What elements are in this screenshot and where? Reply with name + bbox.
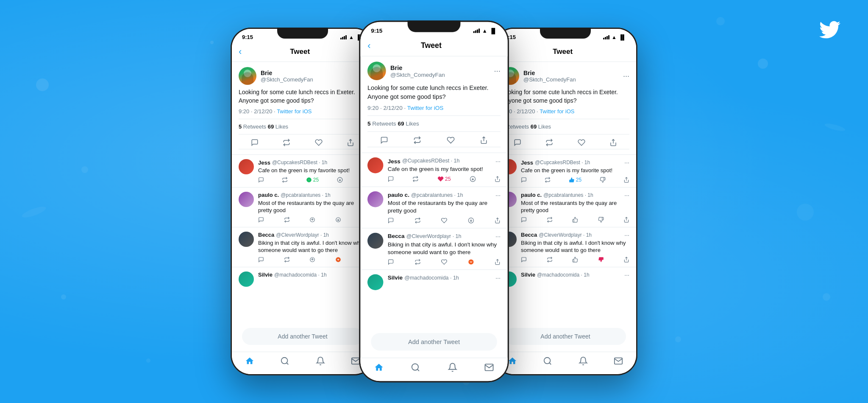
like-action-main-2[interactable] [447, 136, 455, 144]
becca-heart-down-2[interactable] [468, 259, 474, 265]
paulo-retweet-3[interactable] [547, 217, 553, 223]
jess-share-2[interactable] [494, 176, 501, 182]
becca-body-2: Becca @CleverWordplayr · 1h ··· Biking i… [388, 233, 501, 265]
paulo-reply-2[interactable] [388, 217, 394, 224]
more-btn-main-3[interactable]: ··· [623, 72, 629, 81]
paulo-retweet-1[interactable] [284, 217, 290, 223]
jess-actions-2: 25 [388, 176, 501, 182]
becca-thumbsup-3[interactable] [572, 257, 578, 263]
jess-thumbsdown-3[interactable] [600, 177, 606, 183]
reply-action-main-3[interactable] [514, 139, 521, 146]
nav-search-1[interactable] [280, 356, 289, 366]
jess-more2-1[interactable] [337, 177, 343, 183]
add-tweet-bar-1[interactable]: Add another Tweet [242, 328, 363, 345]
jess-more-2[interactable]: ··· [495, 157, 501, 165]
silvie-more-3[interactable]: ··· [624, 271, 629, 278]
jess-reply-3[interactable] [521, 177, 527, 183]
paulo-reply-1[interactable] [258, 217, 264, 223]
back-button-2[interactable]: ‹ [367, 40, 371, 51]
signal-bars-2 [473, 28, 480, 33]
becca-retweet-1[interactable] [284, 257, 290, 263]
retweet-action-main-2[interactable] [413, 136, 421, 144]
silvie-more-2[interactable]: ··· [495, 274, 501, 282]
nav-notif-1[interactable] [316, 356, 325, 366]
reply-action-main-1[interactable] [251, 139, 259, 146]
svg-point-4 [61, 294, 66, 299]
paulo-handle-1: @pcabralantunes · 1h [281, 192, 331, 198]
jess-thumbsup-3[interactable]: 25 [569, 177, 581, 183]
add-tweet-bar-3[interactable]: Add another Tweet [505, 328, 626, 345]
phones-container: 9:15 ▲ ▐▌ ‹ Tweet [218, 28, 650, 375]
retweet-label-1: Retweets [243, 123, 268, 130]
jess-heart-2[interactable]: 25 [437, 176, 451, 182]
like-action-main-3[interactable] [578, 139, 585, 146]
becca-reply-2[interactable] [388, 259, 394, 265]
back-button-1[interactable]: ‹ [239, 46, 242, 57]
paulo-more-3[interactable]: ··· [624, 192, 629, 199]
becca-more-3[interactable]: ··· [624, 232, 629, 238]
jess-like-1[interactable]: ↑ 25 [306, 177, 319, 183]
like-action-main-1[interactable] [315, 139, 323, 146]
reply-action-main-2[interactable] [380, 136, 388, 144]
paulo-heart-2[interactable] [441, 217, 448, 224]
becca-retweet-3[interactable] [547, 257, 553, 263]
share-action-main-2[interactable] [480, 136, 488, 144]
jess-retweet-2[interactable] [412, 176, 419, 182]
paulo-share-3[interactable] [623, 217, 629, 223]
nav-home-3[interactable] [508, 356, 517, 366]
nav-home-2[interactable] [374, 363, 384, 372]
jess-reply-1[interactable] [258, 177, 264, 183]
becca-like-up-1[interactable] [309, 257, 315, 263]
becca-reply-3[interactable] [521, 257, 527, 263]
twitter-ios-link-1[interactable]: Twitter for iOS [277, 108, 312, 115]
paulo-share-2[interactable] [494, 217, 501, 224]
paulo-retweet-2[interactable] [415, 217, 421, 224]
becca-name-1: Becca [258, 232, 274, 238]
share-action-main-3[interactable] [609, 139, 617, 146]
svg-point-10 [146, 358, 150, 363]
more-btn-main-2[interactable]: ··· [494, 66, 501, 76]
becca-retweet-2[interactable] [415, 259, 421, 265]
becca-share-2[interactable] [494, 259, 501, 265]
jess-retweet-3[interactable] [545, 177, 551, 183]
becca-share-3[interactable] [623, 257, 629, 263]
share-action-main-1[interactable] [347, 139, 354, 146]
becca-reply-1[interactable] [258, 257, 264, 263]
becca-like-down-1[interactable] [335, 257, 341, 263]
nav-mail-3[interactable] [614, 356, 623, 366]
paulo-like-up-1[interactable] [309, 217, 315, 223]
tweet-stats-2: 5 Retweets 69 Likes [367, 115, 501, 132]
retweet-action-main-3[interactable] [545, 139, 553, 146]
jess-more-3[interactable]: ··· [624, 159, 629, 166]
twitter-ios-link-2[interactable]: Twitter for iOS [407, 104, 444, 111]
jess-retweet-1[interactable] [282, 177, 288, 183]
paulo-thumbsdown-3[interactable] [598, 217, 604, 223]
paulo-more2-2[interactable] [468, 217, 474, 224]
wifi-icon-2: ▲ [482, 28, 487, 34]
paulo-actions-3 [521, 217, 629, 223]
jess-reply-2[interactable] [388, 176, 394, 182]
jess-handle-1: @CupcakesRDBest · 1h [272, 160, 327, 165]
nav-search-3[interactable] [543, 356, 552, 366]
add-tweet-bar-2[interactable]: Add another Tweet [371, 333, 497, 351]
nav-notif-2[interactable] [448, 363, 457, 372]
becca-avatar-1 [239, 232, 254, 247]
jess-more2-2[interactable] [470, 176, 476, 182]
nav-search-2[interactable] [411, 363, 420, 372]
nav-notif-3[interactable] [579, 356, 588, 366]
paulo-reply-3[interactable] [521, 217, 527, 223]
becca-more-2[interactable]: ··· [495, 233, 501, 240]
nav-home-1[interactable] [245, 356, 254, 366]
paulo-text-1: Most of the restaurants by the quay are … [258, 199, 367, 214]
paulo-like-down-1[interactable] [335, 217, 341, 223]
main-tweet-text-2: Looking for some cute lunch reccs in Exe… [367, 84, 501, 101]
retweet-action-main-1[interactable] [283, 139, 290, 146]
twitter-ios-link-3[interactable]: Twitter for iOS [540, 108, 574, 115]
reply-silvie-1: Silvie @machadocomida · 1h ··· [232, 267, 373, 291]
nav-mail-2[interactable] [484, 363, 494, 372]
paulo-thumbsup-3[interactable] [572, 217, 578, 223]
becca-heart-up-2[interactable] [441, 259, 448, 265]
paulo-more-2[interactable]: ··· [495, 191, 501, 199]
becca-thumbsdown-3[interactable] [598, 257, 604, 263]
jess-share-3[interactable] [623, 177, 629, 183]
